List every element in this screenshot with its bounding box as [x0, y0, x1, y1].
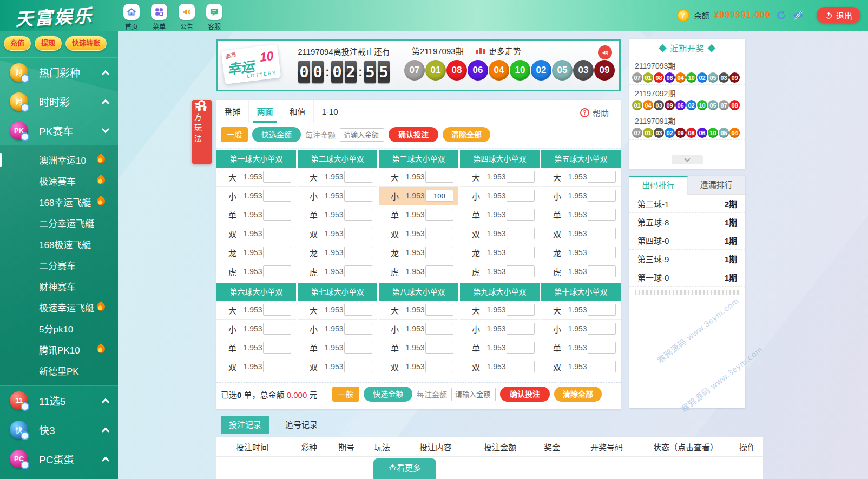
bet-cell[interactable]: 龙1.953	[379, 243, 458, 262]
confirm-bet-button[interactable]: 确认投注	[500, 387, 550, 402]
sidebar-item[interactable]: 168极速飞艇	[0, 234, 118, 255]
bet-cell[interactable]: 虎1.953	[298, 262, 377, 281]
bet-amount-input[interactable]	[344, 342, 372, 354]
bet-amount-input[interactable]	[263, 265, 291, 277]
bet-amount-input[interactable]	[507, 228, 535, 239]
sidebar-category-pcdd[interactable]: PC PC蛋蛋	[0, 444, 118, 473]
bet-amount-input[interactable]	[507, 209, 535, 221]
bet-cell[interactable]: 双1.953	[298, 224, 377, 243]
bet-amount-input[interactable]	[425, 361, 453, 372]
expand-recent-button[interactable]	[672, 155, 703, 164]
bet-amount-input[interactable]	[588, 304, 616, 316]
bet-cell[interactable]: 双1.953	[216, 224, 296, 243]
bet-amount-input[interactable]	[263, 209, 291, 221]
bet-cell[interactable]: 单1.953	[460, 205, 540, 224]
bet-amount-input[interactable]	[425, 342, 453, 354]
bet-amount-input[interactable]	[588, 361, 616, 372]
bet-cell[interactable]: 大1.953	[379, 301, 458, 320]
sound-speaker-icon[interactable]	[598, 45, 612, 59]
tab-bet-records[interactable]: 投注记录	[221, 416, 269, 434]
tab-chase-records[interactable]: 追号记录	[277, 416, 326, 434]
bet-amount-input[interactable]	[344, 323, 372, 335]
tab-two-sides[interactable]: 两面	[249, 100, 281, 123]
bet-cell[interactable]: 双1.953	[460, 357, 540, 376]
nav-item-announcement[interactable]: 公告	[176, 4, 197, 31]
bet-cell[interactable]: 大1.953	[298, 168, 377, 187]
bet-amount-input[interactable]	[588, 342, 616, 354]
tab-missing-rank[interactable]: 遗漏排行	[688, 176, 746, 195]
bet-cell[interactable]: 大1.953	[298, 301, 377, 320]
bet-cell[interactable]: 小1.953	[460, 320, 540, 338]
bet-amount-input[interactable]	[425, 228, 453, 239]
sidebar-item[interactable]: 新德里PK	[0, 360, 118, 381]
bet-amount-input[interactable]	[425, 171, 453, 183]
bet-cell[interactable]: 小1.953	[216, 320, 296, 338]
bet-cell[interactable]: 小1.953	[460, 187, 540, 205]
quick-transfer-button[interactable]: 快速转账	[65, 36, 107, 51]
nav-item-service[interactable]: 客服	[204, 4, 225, 31]
bet-cell[interactable]: 小1.953	[298, 187, 377, 205]
bet-amount-input[interactable]	[263, 190, 291, 202]
bet-cell[interactable]: 单1.953	[298, 205, 377, 224]
bet-cell[interactable]: 大1.953	[460, 168, 540, 187]
hide-balance-eye-icon[interactable]	[792, 9, 804, 21]
sidebar-category-ssc[interactable]: 时 时时彩	[0, 87, 118, 116]
bet-amount-input[interactable]	[588, 323, 616, 335]
bet-amount-input[interactable]	[507, 361, 535, 372]
per-bet-amount-input[interactable]	[451, 388, 496, 401]
bet-amount-input[interactable]	[507, 247, 535, 258]
bet-amount-input[interactable]	[344, 304, 372, 316]
bet-cell[interactable]: 虎1.953	[460, 262, 540, 281]
bet-amount-input[interactable]	[263, 171, 291, 183]
bet-cell[interactable]: 小1.953	[216, 187, 296, 205]
bet-cell[interactable]: 单1.953	[216, 205, 296, 224]
refresh-balance-icon[interactable]	[775, 9, 787, 21]
sidebar-item[interactable]: 腾讯PK10	[0, 339, 118, 360]
sidebar-category-hot[interactable]: 时 热门彩种	[0, 57, 118, 87]
sidebar-item[interactable]: 168幸运飞艇	[0, 191, 118, 212]
bet-cell[interactable]: 大1.953	[379, 168, 458, 187]
nav-item-menu[interactable]: 菜单	[149, 4, 169, 31]
bet-cell[interactable]: 大1.953	[541, 168, 621, 187]
bet-cell[interactable]: 虎1.953	[379, 262, 458, 281]
tab-fantan[interactable]: 番摊	[216, 100, 249, 123]
bet-amount-input[interactable]	[507, 171, 535, 183]
bet-amount-input[interactable]	[263, 304, 291, 316]
bet-amount-input[interactable]	[425, 209, 453, 221]
help-link[interactable]: ? 帮助	[580, 107, 609, 118]
bet-cell[interactable]: 单1.953	[460, 338, 540, 357]
more-trends-link[interactable]: 更多走势	[489, 45, 521, 56]
sidebar-item[interactable]: 二分幸运飞艇	[0, 212, 118, 234]
bet-amount-input[interactable]	[507, 190, 535, 202]
bet-cell[interactable]: 小1.953	[541, 320, 621, 338]
per-bet-amount-input[interactable]	[340, 128, 384, 142]
bet-amount-input[interactable]	[588, 228, 616, 239]
bet-cell[interactable]: 双1.953	[541, 357, 621, 376]
tab-sum[interactable]: 和值	[281, 100, 314, 123]
bet-cell[interactable]: 双1.953	[541, 224, 621, 243]
bet-amount-input[interactable]	[425, 247, 453, 258]
bet-cell[interactable]: 单1.953	[379, 205, 458, 224]
bet-amount-input[interactable]	[425, 304, 453, 316]
sidebar-item[interactable]: 二分赛车	[0, 255, 118, 276]
bet-amount-input[interactable]	[588, 265, 616, 277]
clear-all-button[interactable]: 清除全部	[554, 387, 602, 402]
sidebar-item[interactable]: 财神赛车	[0, 276, 118, 297]
bet-cell[interactable]: 单1.953	[298, 338, 377, 357]
bet-cell[interactable]: 小1.953	[541, 187, 621, 205]
logout-button[interactable]: 退出	[817, 7, 860, 23]
bet-amount-input[interactable]	[588, 190, 616, 202]
bet-amount-input[interactable]	[263, 247, 291, 258]
bet-cell[interactable]: 单1.953	[541, 205, 621, 224]
tab-number-rank[interactable]: 出码排行	[629, 176, 688, 195]
deposit-button[interactable]: 充值	[4, 36, 31, 51]
bet-amount-input[interactable]	[507, 342, 535, 354]
bet-cell[interactable]: 双1.953	[460, 224, 540, 243]
bet-amount-input[interactable]	[425, 265, 453, 277]
bet-cell[interactable]: 双1.953	[216, 357, 296, 376]
bet-cell[interactable]: 大1.953	[460, 301, 540, 320]
sidebar-item[interactable]: 5分pk10	[0, 318, 118, 339]
bet-cell[interactable]: 单1.953	[379, 338, 458, 357]
bet-cell[interactable]: 龙1.953	[298, 243, 377, 262]
bet-amount-input[interactable]	[344, 228, 372, 239]
